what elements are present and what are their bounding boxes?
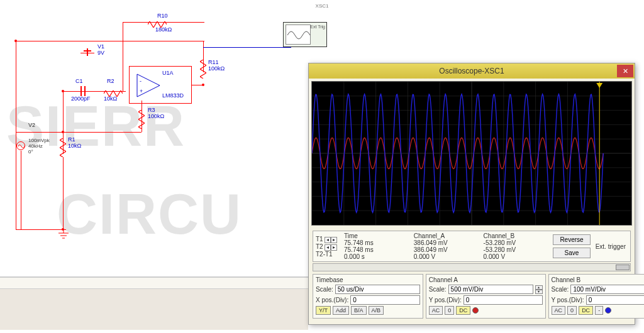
scope-titlebar[interactable]: Oscilloscope-XSC1 ✕ xyxy=(309,63,635,79)
t1-left[interactable]: ◂ xyxy=(325,237,331,243)
chb-ypos[interactable] xyxy=(586,295,644,305)
c1-ref: C1 xyxy=(75,78,83,84)
cursor-readout: T1 ◂▸ T2 ◂▸ T2-T1 Time 75.748 ms 75.748 … xyxy=(313,231,631,262)
v2-v1: 100mVpk xyxy=(28,138,50,143)
timebase-panel: Timebase Scale: X pos.(Div): Y/T Add B/A… xyxy=(313,274,423,319)
r3-val: 100kΩ xyxy=(148,113,164,119)
r10 xyxy=(148,19,167,25)
svg-marker-26 xyxy=(596,83,602,88)
svg-text:+: + xyxy=(140,88,143,94)
c1-val: 2000pF xyxy=(71,96,91,102)
t1-right[interactable]: ▸ xyxy=(331,237,337,243)
v2-v2: 40kHz xyxy=(28,143,43,149)
timebase-xpos[interactable] xyxy=(350,295,420,305)
r2-ref: R2 xyxy=(107,78,114,84)
r2 xyxy=(104,88,123,94)
v1-val: 9V xyxy=(97,50,104,56)
cha-0[interactable]: 0 xyxy=(445,306,454,315)
top-label: XSC1 xyxy=(316,3,329,9)
v2-v3: 0° xyxy=(28,149,33,155)
cha-ac[interactable]: AC xyxy=(429,306,443,315)
chb-dc[interactable]: DC xyxy=(579,306,593,315)
r10-val: 180kΩ xyxy=(155,26,172,33)
chb-minus[interactable]: - xyxy=(595,306,603,315)
cha-scale[interactable] xyxy=(448,285,533,294)
cha-dc[interactable]: DC xyxy=(456,306,470,315)
close-button[interactable]: ✕ xyxy=(617,65,633,77)
u1-part: LM833D xyxy=(162,93,184,99)
scope-display[interactable] xyxy=(311,81,632,226)
save-button[interactable]: Save xyxy=(553,248,590,258)
chb-scale[interactable] xyxy=(570,285,644,294)
app-bottom-panel xyxy=(0,276,308,330)
reverse-button[interactable]: Reverse xyxy=(553,234,590,245)
opamp-u1a: -+ U1A LM833D xyxy=(129,66,192,104)
cha-scale-dn[interactable]: ▾ xyxy=(535,290,543,294)
scope-title-text: Oscilloscope-XSC1 xyxy=(439,67,504,75)
r3-ref: R3 xyxy=(148,107,155,113)
r1 xyxy=(60,138,66,157)
cha-probe[interactable] xyxy=(472,307,479,314)
scope-instrument[interactable]: Ext Trig xyxy=(283,22,327,47)
timebase-scale[interactable] xyxy=(335,285,420,294)
chb-ac[interactable]: AC xyxy=(552,306,566,315)
ext-trig-label: Ext Trig xyxy=(310,25,325,29)
chb-0[interactable]: 0 xyxy=(567,306,577,315)
ab-button[interactable]: A/B xyxy=(369,306,384,315)
r1-ref: R1 xyxy=(68,136,75,143)
t2-right[interactable]: ▸ xyxy=(331,244,337,251)
add-button[interactable]: Add xyxy=(333,306,349,315)
u1-ref: U1A xyxy=(162,70,174,77)
cha-scale-up[interactable]: ▴ xyxy=(535,285,543,290)
chb-probe[interactable] xyxy=(605,307,611,314)
oscilloscope-window[interactable]: Oscilloscope-XSC1 ✕ T1 ◂▸ T2 ◂▸ T2-T1 xyxy=(308,63,635,325)
r2-val: 10kΩ xyxy=(104,96,117,102)
yt-button[interactable]: Y/T xyxy=(316,306,331,315)
r11-val: 100kΩ xyxy=(208,65,225,72)
r3 xyxy=(138,110,145,129)
ext-trigger-label: Ext. trigger xyxy=(596,243,626,250)
channel-b-panel: Channel B Scale:▴▾ Y pos.(Div): AC 0 DC … xyxy=(548,274,644,319)
r10-ref: R10 xyxy=(157,13,168,19)
t2-left[interactable]: ◂ xyxy=(325,244,331,251)
schematic: V19V R10 180kΩ C1 2000pF R2 10kΩ -+ U1A … xyxy=(16,16,299,242)
ba-button[interactable]: B/A xyxy=(351,306,367,315)
svg-text:-: - xyxy=(140,78,142,84)
r11-ref: R11 xyxy=(208,59,219,65)
cha-ypos[interactable] xyxy=(464,295,543,305)
time-scrollbar[interactable] xyxy=(313,263,631,271)
v1-ref: V1 xyxy=(97,43,104,50)
v2-ref: V2 xyxy=(28,122,35,128)
r1-val: 10kΩ xyxy=(68,143,81,149)
r11 xyxy=(200,60,206,79)
channel-a-panel: Channel A Scale:▴▾ Y pos.(Div): AC 0 DC xyxy=(426,274,546,319)
